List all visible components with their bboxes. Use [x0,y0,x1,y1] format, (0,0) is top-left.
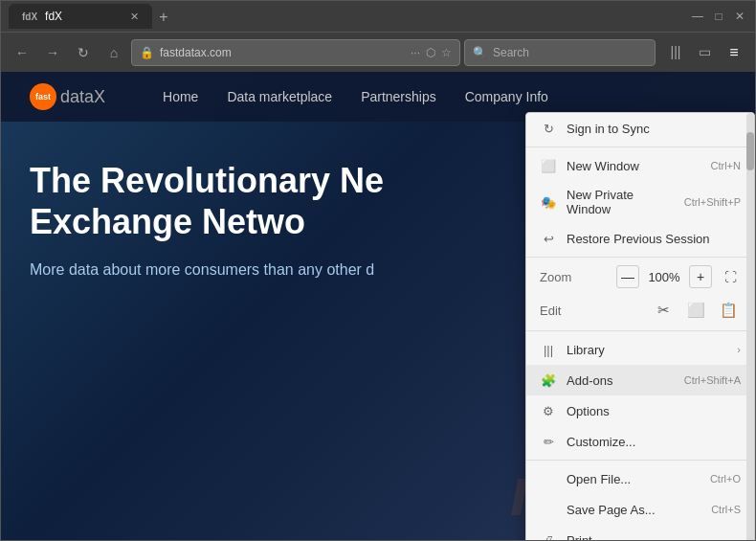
options-icon: ⚙ [540,402,557,419]
menu-save-page-label: Save Page As... [567,503,701,517]
menu-restore-session-label: Restore Previous Session [567,232,741,246]
logo-text: dataX [60,87,105,107]
menu-item-restore-session[interactable]: ↩ Restore Previous Session [526,223,754,254]
maximize-button[interactable]: □ [711,9,726,24]
sync-icon: ↻ [540,120,557,137]
sidebar-icon[interactable]: ▭ [692,39,717,64]
site-logo: fast dataX [30,83,105,110]
browser-window: fdX fdX ✕ + — □ ✕ ← → ↻ ⌂ 🔒 fastdatax.co… [0,0,756,541]
site-navigation: Home Data marketplace Partnerships Compa… [163,89,548,104]
nav-company-info[interactable]: Company Info [465,89,548,104]
menu-library-label: Library [567,343,727,357]
nav-data-marketplace[interactable]: Data marketplace [227,89,332,104]
search-placeholder: Search [493,46,529,59]
nav-partnerships[interactable]: Partnerships [361,89,436,104]
hero-title: The Revolutionary Ne Exchange Netwo [30,160,384,242]
menu-new-private-label: New Private Window [567,188,675,216]
title-bar: fdX fdX ✕ + — □ ✕ [1,1,755,32]
edit-label: Edit [540,304,643,318]
logo-name: dataX [60,87,105,106]
webpage: fast dataX Home Data marketplace Partner… [1,72,755,540]
menu-scrollbar[interactable] [746,113,754,540]
menu-item-new-private[interactable]: 🎭 New Private Window Ctrl+Shift+P [526,181,754,223]
logo-icon: fast [30,83,56,110]
menu-addons-shortcut: Ctrl+Shift+A [684,374,741,386]
tab-bar: fdX fdX ✕ + [9,4,682,29]
zoom-in-button[interactable]: + [689,265,712,288]
copy-button[interactable]: ⬜ [683,298,708,323]
overflow-icon: ··· [411,46,420,59]
menu-divider-3 [526,330,754,331]
menu-item-print[interactable]: 🖨 Print... [526,525,754,540]
window-controls: — □ ✕ [690,9,747,24]
menu-addons-label: Add-ons [567,373,675,388]
tab-close-button[interactable]: ✕ [130,11,139,23]
menu-item-options[interactable]: ⚙ Options [526,395,754,426]
library-menu-icon: ||| [540,341,557,358]
menu-open-file-label: Open File... [567,472,700,486]
zoom-fullscreen-button[interactable]: ⛶ [720,266,741,287]
menu-item-open-file[interactable]: Open File... Ctrl+O [526,463,754,494]
menu-options-label: Options [567,404,741,418]
menu-customize-label: Customize... [567,435,741,449]
address-text: fastdatax.com [160,46,405,59]
menu-print-label: Print... [567,533,741,541]
tab-title: fdX [45,10,62,23]
menu-save-page-shortcut: Ctrl+S [711,504,741,515]
menu-item-library[interactable]: ||| Library › [526,334,754,365]
tab-favicon: fdX [22,11,37,22]
menu-item-customize[interactable]: ✏ Customize... [526,426,754,457]
back-button[interactable]: ← [9,39,35,66]
home-button[interactable]: ⌂ [100,39,127,66]
new-tab-button[interactable]: + [152,6,175,29]
library-arrow-icon: › [737,344,741,355]
lock-icon: 🔒 [140,46,154,59]
menu-divider-2 [526,257,754,258]
save-page-icon [540,501,557,518]
menu-new-private-shortcut: Ctrl+Shift+P [684,196,741,208]
menu-divider-1 [526,147,754,147]
menu-item-save-page[interactable]: Save Page As... Ctrl+S [526,494,754,525]
menu-open-file-shortcut: Ctrl+O [710,473,741,485]
hero-subtitle: More data about more consumers than any … [30,261,374,279]
hero-title-line1: The Revolutionary Ne [30,160,384,201]
search-bar[interactable]: 🔍 Search [464,39,656,66]
open-file-icon [540,470,557,487]
customize-icon: ✏ [540,433,557,450]
active-tab[interactable]: fdX fdX ✕ [9,4,152,29]
print-icon: 🖨 [540,531,557,540]
paste-button[interactable]: 📋 [716,298,741,323]
logo-icon-text: fast [35,92,51,101]
bookmark-icon: ☆ [441,46,452,59]
search-icon: 🔍 [473,46,487,59]
nav-home[interactable]: Home [163,89,198,104]
menu-divider-4 [526,460,754,461]
menu-new-window-label: New Window [567,159,701,173]
browser-menu: ↻ Sign in to Sync ⬜ New Window Ctrl+N 🎭 … [525,112,755,540]
library-icon[interactable]: ||| [663,39,688,64]
reload-button[interactable]: ↻ [70,39,97,66]
zoom-label: Zoom [540,270,609,284]
pocket-icon: ⬡ [426,46,435,59]
nav-bar: ← → ↻ ⌂ 🔒 fastdatax.com ··· ⬡ ☆ 🔍 Search… [1,32,755,72]
addons-icon: 🧩 [540,372,557,389]
menu-sign-in-label: Sign in to Sync [567,122,741,136]
hamburger-button[interactable]: ≡ [721,39,747,66]
menu-item-sign-in[interactable]: ↻ Sign in to Sync [526,113,754,144]
forward-button[interactable]: → [39,39,66,66]
zoom-out-button[interactable]: — [616,265,639,288]
new-window-icon: ⬜ [540,157,557,174]
restore-session-icon: ↩ [540,230,557,247]
zoom-row: Zoom — 100% + ⛶ [526,260,754,293]
menu-item-new-window[interactable]: ⬜ New Window Ctrl+N [526,150,754,181]
cut-button[interactable]: ✂ [651,298,676,323]
minimize-button[interactable]: — [690,9,705,24]
private-window-icon: 🎭 [540,193,557,211]
menu-new-window-shortcut: Ctrl+N [711,160,741,171]
close-button[interactable]: ✕ [732,9,747,24]
hero-title-line2: Exchange Netwo [30,201,384,242]
menu-item-addons[interactable]: 🧩 Add-ons Ctrl+Shift+A [526,365,754,395]
address-bar[interactable]: 🔒 fastdatax.com ··· ⬡ ☆ [131,39,460,66]
zoom-value: 100% [647,270,681,284]
address-icons: ··· ⬡ ☆ [411,46,452,59]
